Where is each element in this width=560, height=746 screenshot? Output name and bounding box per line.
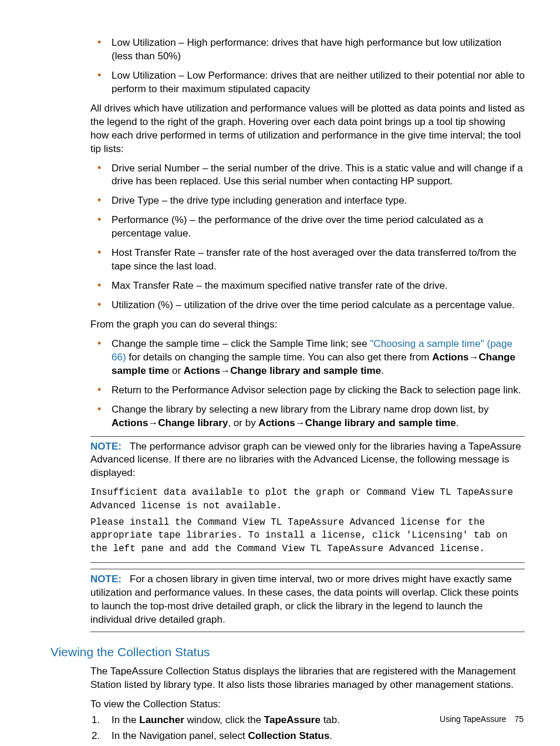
- bold-text: Change library and sample time: [305, 417, 456, 428]
- bold-text: Actions: [112, 417, 148, 428]
- step-number: 1.: [92, 714, 100, 727]
- note-paragraph: NOTE: The performance advisor graph can …: [90, 440, 525, 481]
- arrow: →: [469, 352, 479, 363]
- page-number: 75: [514, 714, 524, 724]
- note-label: NOTE:: [90, 573, 122, 585]
- note-block: NOTE: The performance advisor graph can …: [90, 436, 525, 563]
- bullet-list-1: Low Utilization – High performance: driv…: [90, 36, 525, 96]
- step-number: 2.: [92, 730, 100, 743]
- text: or: [169, 365, 184, 376]
- paragraph: The TapeAssure Collection Status display…: [90, 665, 525, 692]
- code-block: Please install the Command View TL TapeA…: [90, 516, 525, 555]
- footer-section-title: Using TapeAssure: [440, 714, 506, 724]
- note-label: NOTE:: [90, 441, 122, 452]
- arrow: →: [220, 365, 230, 376]
- bullet-list-2: Drive serial Number – the serial number …: [90, 162, 525, 312]
- text: for details on changing the sample time.…: [126, 352, 433, 363]
- list-item: Low Utilization – Low Performance: drive…: [90, 69, 525, 96]
- list-item: Change the sample time – click the Sampl…: [90, 337, 525, 378]
- paragraph: All drives which have utilization and pe…: [90, 102, 525, 156]
- bold-text: Change library and sample time: [230, 365, 381, 376]
- list-item: Utilization (%) – utilization of the dri…: [90, 299, 525, 312]
- bold-text: Actions: [258, 417, 295, 428]
- text: .: [329, 730, 332, 741]
- text: window, click the: [184, 714, 264, 725]
- bold-text: TapeAssure: [264, 714, 321, 725]
- paragraph: To view the Collection Status:: [90, 698, 525, 711]
- list-item: Performance (%) – the performance of the…: [90, 214, 525, 241]
- text: .: [456, 417, 459, 428]
- bold-text: Collection Status: [248, 730, 329, 741]
- step-item: 2. In the Navigation panel, select Colle…: [90, 730, 525, 743]
- arrow: →: [295, 417, 305, 428]
- list-item: Change the library by selecting a new li…: [90, 403, 525, 430]
- text: Change the sample time – click the Sampl…: [112, 338, 370, 349]
- page-footer: Using TapeAssure75: [440, 714, 524, 725]
- note-text: The performance advisor graph can be vie…: [90, 441, 521, 479]
- text: .: [381, 365, 384, 376]
- list-item: Drive Type – the drive type including ge…: [90, 194, 525, 208]
- list-item: Return to the Performance Advisor select…: [90, 384, 525, 397]
- text: tab.: [321, 714, 340, 725]
- list-item: Max Transfer Rate – the maximum specifie…: [90, 279, 525, 293]
- paragraph: From the graph you can do several things…: [90, 318, 525, 332]
- section-heading: Viewing the Collection Status: [50, 644, 525, 660]
- list-item: Host Transfer Rate – transfer rate of th…: [90, 247, 525, 274]
- bold-text: Change library: [158, 417, 228, 428]
- bold-text: Actions: [432, 352, 468, 363]
- text: In the Navigation panel, select: [112, 730, 248, 741]
- bold-text: Actions: [184, 365, 220, 376]
- bullet-list-3: Change the sample time – click the Sampl…: [90, 337, 525, 430]
- list-item: Drive serial Number – the serial number …: [90, 162, 525, 189]
- bold-text: Launcher: [139, 714, 184, 725]
- note-paragraph: NOTE: For a chosen library in given time…: [90, 573, 525, 627]
- note-text: For a chosen library in given time inter…: [90, 573, 519, 625]
- page-body: Low Utilization – High performance: driv…: [90, 36, 525, 743]
- text: In the: [112, 714, 139, 725]
- note-block: NOTE: For a chosen library in given time…: [90, 569, 525, 632]
- arrow: →: [148, 417, 158, 428]
- list-item: Low Utilization – High performance: driv…: [90, 36, 525, 63]
- text: , or by: [228, 417, 258, 428]
- code-block: Insufficient data available to plot the …: [90, 486, 525, 512]
- text: Change the library by selecting a new li…: [112, 404, 489, 415]
